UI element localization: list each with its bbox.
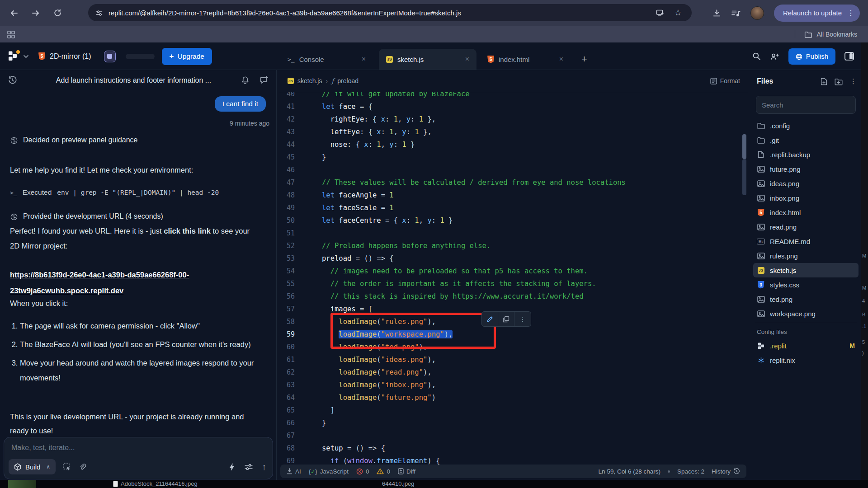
code-line[interactable]: 55 // the order is important as it affec… [279,277,748,290]
relaunch-button[interactable]: Relaunch to update ⋮ [774,5,860,22]
code-line[interactable]: 60 loadImage("ted.png"), [279,341,748,353]
editor-scrollbar[interactable] [742,134,746,159]
reload-icon[interactable] [50,5,65,21]
quick-actions-icon[interactable] [229,463,236,471]
code-line[interactable]: 40// it will get updated by BlazeFace [279,92,748,100]
chat-input[interactable]: Make, test, iterate... Build ∧ [4,437,273,479]
settings-sliders-icon[interactable] [245,463,253,471]
publish-button[interactable]: Publish [788,48,835,65]
code-line[interactable]: 68setup = () => { [279,442,748,455]
file-item-rules-png[interactable]: rules.png [753,249,859,263]
file-item-future-png[interactable]: future.png [753,162,859,176]
file-item-ted-png[interactable]: ted.png [753,292,859,306]
editor-scrollbar[interactable] [742,159,746,195]
file-item-replit-nix[interactable]: replit.nix [753,353,859,367]
code-line[interactable]: 48let faceAngle = 1 [279,189,748,202]
code-line[interactable]: 42 rightEye: { x: 1, y: 1 }, [279,113,748,126]
bell-icon[interactable] [241,76,250,85]
history-icon[interactable] [8,76,17,85]
select-region-icon[interactable] [63,462,71,471]
code-area[interactable]: 40// it will get updated by BlazeFace41l… [279,92,748,465]
warnings-status[interactable]: 0 [377,468,390,475]
format-button[interactable]: Format [710,77,740,84]
diff-status[interactable]: Diff [398,468,415,475]
dev-url-link[interactable]: https://8b613f9d-26e0-4ac1-a39b-da59ae66… [10,267,189,299]
copy-icon[interactable] [498,312,514,326]
forward-icon[interactable] [28,5,43,21]
new-chat-icon[interactable] [259,76,268,85]
code-line[interactable]: 44 nose: { x: 1, y: 1 } [279,138,748,151]
desktop-file[interactable]: 644410.jpeg [382,480,415,487]
file-item-inbox-png[interactable]: inbox.png [753,191,859,205]
code-line[interactable]: 67 [279,429,748,442]
code-line[interactable]: 54 // images need to be preloaded so tha… [279,265,748,277]
code-line[interactable]: 56 // this stack is inspired by https://… [279,290,748,303]
history-button[interactable]: History [712,468,740,475]
executed-command-row[interactable]: >_ Executed env | grep -E "(REPL_|DOMAIN… [10,188,219,197]
sidebar-toggle-icon[interactable] [844,52,854,61]
errors-status[interactable]: 0 [356,468,369,475]
file-item-readme-md[interactable]: M↓README.md [753,234,859,249]
tab-index-html[interactable]: 5 index.html × [480,49,571,70]
install-app-icon[interactable] [656,9,665,17]
invite-icon[interactable] [770,52,779,60]
file-item-ideas-png[interactable]: ideas.png [753,176,859,191]
file-search-input[interactable] [756,96,856,114]
close-icon[interactable]: × [465,55,469,63]
new-file-icon[interactable] [821,77,827,85]
replit-logo[interactable] [8,51,19,62]
code-line[interactable]: 45} [279,151,748,164]
code-line[interactable]: 65 ] [279,404,748,417]
close-icon[interactable]: × [362,55,366,63]
file-item-read-png[interactable]: read.png [753,220,859,234]
code-line[interactable]: 43 leftEye: { x: 1, y: 1 }, [279,126,748,138]
code-line[interactable]: 41let face = { [279,100,748,113]
file-item--config[interactable]: .config [753,118,859,133]
stop-button[interactable] [104,51,116,62]
all-bookmarks[interactable]: All Bookmarks [795,30,857,38]
code-line[interactable]: 61 loadImage("ideas.png"), [279,353,748,366]
build-mode-button[interactable]: Build ∧ [9,459,56,474]
url-bar[interactable]: replit.com/@alfkeih/2D-mirror-1?replId=8… [88,4,692,21]
upgrade-button[interactable]: + Upgrade [162,48,212,65]
new-tab-icon[interactable]: + [581,53,587,65]
code-line[interactable]: 50let faceCentre = { x: 1, y: 1 } [279,214,748,227]
desktop-file[interactable]: AdobeStock_211644416.jpeg [113,480,198,487]
edit-pencil-icon[interactable] [482,312,498,326]
send-icon[interactable]: ↑ [262,462,266,472]
file-item-styles-css[interactable]: 3styles.css [753,277,859,292]
back-icon[interactable] [6,5,22,21]
cursor-position[interactable]: Ln 59, Col 6 (28 chars) [599,468,660,475]
code-line[interactable]: 66} [279,417,748,429]
tab-console[interactable]: >_ Console × [280,49,373,70]
site-settings-icon[interactable] [95,9,103,17]
file-item--git[interactable]: .git [753,133,859,147]
code-line[interactable]: 49let faceScale = 1 [279,202,748,214]
tab-sketch-js[interactable]: JS sketch.js × [379,49,476,70]
new-folder-icon[interactable] [835,77,843,85]
avatar[interactable] [750,6,764,20]
browser-menu-icon[interactable]: ⋮ [847,9,854,17]
attachment-icon[interactable] [79,463,86,471]
repl-name[interactable]: 2D-mirror (1) [50,52,91,61]
url-text[interactable]: replit.com/@alfkeih/2D-mirror-1?replId=8… [108,9,656,17]
code-line[interactable]: 63 loadImage("inbox.png"), [279,379,748,391]
code-line[interactable]: 51 [279,227,748,239]
file-item--replit[interactable]: .replitM [753,338,859,353]
bookmark-star-icon[interactable]: ☆ [675,9,682,17]
code-line[interactable]: 59 loadImage("workspace.png"), [279,328,748,341]
code-line[interactable]: 52// Preload happens before anything els… [279,239,748,252]
code-line[interactable]: 64 loadImage("future.png") [279,391,748,404]
code-line[interactable]: 46 [279,164,748,176]
code-line[interactable]: 69 if (window.frameElement) { [279,455,748,465]
search-icon[interactable] [752,52,761,61]
more-options-icon[interactable]: ⋮ [514,312,531,326]
code-line[interactable]: 53preload = () => { [279,252,748,265]
ai-status[interactable]: AI [287,468,301,475]
close-icon[interactable]: × [559,55,563,63]
spaces-setting[interactable]: Spaces: 2 [677,468,704,475]
file-item-workspace-png[interactable]: workspace.png [753,306,859,321]
code-line[interactable]: 47// These values will be calculated / d… [279,176,748,189]
more-options-icon[interactable]: ⋮ [850,77,857,85]
breadcrumb-symbol[interactable]: preload [337,77,359,84]
